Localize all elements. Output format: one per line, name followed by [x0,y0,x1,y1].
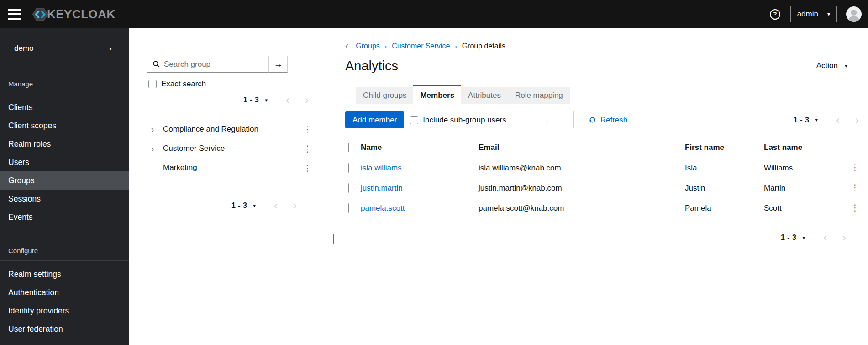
sidebar-item-realm-roles[interactable]: Realm roles [0,135,129,153]
members-pagination-bottom: 1 - 3 ▾ ‹ › [345,232,846,243]
member-last-name: Williams [764,158,847,178]
pagination-options-toggle[interactable]: ▾ [265,97,268,103]
group-tabs: Child groups Members Attributes Role map… [356,85,863,104]
expand-chevron-icon[interactable]: › [149,126,156,133]
chevron-down-icon: ▾ [109,45,112,52]
search-group-field [147,56,269,73]
user-menu-label: admin [797,10,818,19]
row-kebab-icon[interactable]: ⋮ [851,183,859,192]
sidebar-item-user-federation[interactable]: User federation [0,320,129,338]
sidebar-item-clients[interactable]: Clients [0,98,129,117]
next-page-button[interactable]: › [305,96,309,105]
avatar[interactable] [846,6,862,22]
sidebar: demo ▾ Manage Clients Client scopes Real… [0,28,129,345]
pagination-range: 1 - 3 [781,234,797,242]
next-page-button[interactable]: › [293,201,297,210]
tree-pagination-bottom: 1 - 3 ▾ ‹ › [140,200,297,211]
pagination-range: 1 - 3 [794,116,810,124]
exact-search-checkbox[interactable] [148,80,157,88]
divider [573,111,574,128]
member-last-name: Martin [764,178,847,198]
refresh-icon [589,116,596,124]
previous-page-button[interactable]: ‹ [286,96,289,105]
masthead: KEYCLOAK ? admin ▾ [0,0,868,28]
tree-pagination-top: 1 - 3 ▾ ‹ › [140,95,309,106]
group-name[interactable]: Marketing [163,163,197,172]
back-chevron-icon[interactable]: ‹ [345,42,348,50]
nav-section-manage: Manage [0,73,129,94]
row-kebab-icon[interactable]: ⋮ [851,163,859,172]
realm-selector[interactable]: demo ▾ [8,40,118,57]
user-menu-dropdown[interactable]: admin ▾ [790,6,837,22]
select-all-checkbox[interactable] [348,143,349,152]
divider [140,113,319,113]
group-name[interactable]: Compliance and Regulation [163,125,258,134]
next-page-button[interactable]: › [855,116,859,125]
row-checkbox[interactable] [348,203,349,213]
toolbar-kebab-icon[interactable]: ⋮ [543,116,552,124]
include-subgroups-checkbox[interactable] [410,116,418,124]
sidebar-item-groups[interactable]: Groups [0,171,129,190]
action-dropdown[interactable]: Action ▾ [809,58,855,74]
member-username-link[interactable]: justin.martin [361,184,403,192]
breadcrumb-link-groups[interactable]: Groups [356,42,379,50]
search-group-input[interactable] [164,60,265,69]
table-header-row: Name Email First name Last name [345,137,863,158]
member-first-name: Isla [685,158,764,178]
member-username-link[interactable]: pamela.scott [361,204,405,212]
sidebar-item-client-scopes[interactable]: Client scopes [0,117,129,135]
brand-text: KEYCLOAK [47,7,116,21]
group-tree-row: › Compliance and Regulation ⋮ [140,120,319,139]
pagination-range: 1 - 3 [231,202,247,210]
tab-attributes[interactable]: Attributes [461,87,508,104]
splitter-drag-handle[interactable] [331,234,334,244]
previous-page-button[interactable]: ‹ [274,201,278,210]
row-checkbox[interactable] [348,163,349,173]
previous-page-button[interactable]: ‹ [823,233,827,242]
add-member-button[interactable]: Add member [345,111,404,128]
help-icon[interactable]: ? [770,9,780,20]
table-row: justin.martin justin.martin@knab.com Jus… [345,178,863,198]
pagination-options-toggle[interactable]: ▾ [253,203,256,209]
nav-section-configure: Configure [0,240,129,260]
column-header-name: Name [361,137,479,158]
group-details-main: ‹ Groups › Customer Service › Group deta… [334,28,868,345]
next-page-button[interactable]: › [842,233,846,242]
sidebar-item-sessions[interactable]: Sessions [0,190,129,208]
refresh-button[interactable]: Refresh [589,116,628,125]
member-email: justin.martin@knab.com [479,178,685,198]
members-table: Name Email First name Last name isla.wil… [345,137,863,218]
chevron-down-icon: ▾ [827,11,830,17]
sidebar-item-identity-providers[interactable]: Identity providers [0,302,129,320]
table-row: pamela.scott pamela.scott@knab.com Pamel… [345,198,863,218]
column-header-email: Email [479,137,685,158]
previous-page-button[interactable]: ‹ [836,116,840,125]
expand-chevron-icon[interactable]: › [149,145,156,152]
sidebar-item-events[interactable]: Events [0,208,129,226]
search-submit-button[interactable]: → [269,56,288,73]
search-icon [153,60,160,68]
row-kebab-icon[interactable]: ⋮ [851,203,859,212]
sidebar-item-authentication[interactable]: Authentication [0,283,129,302]
hamburger-icon[interactable] [8,9,21,20]
breadcrumb-link-customer-service[interactable]: Customer Service [392,42,450,50]
pagination-options-toggle[interactable]: ▾ [802,235,805,241]
tab-child-groups[interactable]: Child groups [356,87,413,104]
kebab-menu-icon[interactable]: ⋮ [303,144,312,153]
member-username-link[interactable]: isla.williams [361,164,402,172]
tab-role-mapping[interactable]: Role mapping [508,87,570,104]
sidebar-item-realm-settings[interactable]: Realm settings [0,265,129,283]
sidebar-item-users[interactable]: Users [0,153,129,171]
row-checkbox[interactable] [348,183,349,193]
breadcrumb: ‹ Groups › Customer Service › Group deta… [345,42,863,50]
page-title: Analytics [345,58,398,74]
column-header-last-name: Last name [764,137,847,158]
kebab-menu-icon[interactable]: ⋮ [303,125,312,134]
pagination-options-toggle[interactable]: ▾ [815,117,818,123]
member-last-name: Scott [764,198,847,218]
tab-members[interactable]: Members [413,85,461,104]
group-tree-row: › Customer Service ⋮ [140,139,319,158]
group-name[interactable]: Customer Service [163,144,225,153]
kebab-menu-icon[interactable]: ⋮ [303,164,312,172]
breadcrumb-separator-icon: › [455,43,457,50]
